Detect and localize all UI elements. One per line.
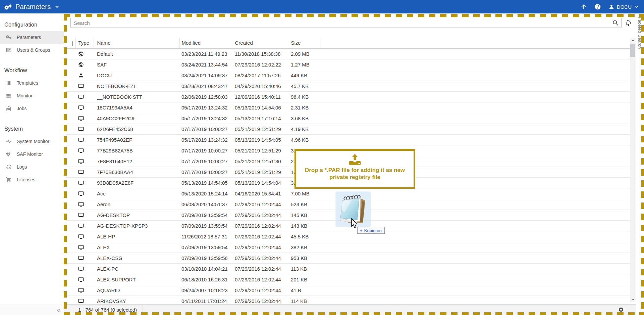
row-name-cell: ALEX-SUPPORT [94,274,179,285]
column-header-modified[interactable]: Modified [179,38,233,48]
search-input[interactable] [70,18,622,28]
table-row[interactable]: DOCU03/24/2021 14:09:3708/24/2017 11:57:… [66,70,630,81]
table-row[interactable]: ALEX-CSG07/09/2019 13:59:5607/29/2016 12… [66,253,630,263]
scroll-down-icon[interactable] [630,297,636,302]
table-row[interactable]: 40A9CC2FE2C905/17/2019 13:24:3205/13/201… [66,113,630,124]
table-row[interactable]: __NOTEBOOK-STT02/06/2019 12:58:0312/09/2… [66,91,630,102]
row-type-cell [75,199,94,210]
sidebar-item-templates[interactable]: Templates [0,77,64,89]
row-created-cell: 04/29/2020 15:40:46 [233,81,289,91]
row-size-cell: 201 KB [289,274,320,285]
row-name-cell: ALEX [94,242,179,253]
table-row[interactable]: 18C71994A5A405/17/2019 13:24:3205/13/201… [66,102,630,113]
row-created-cell: 05/21/2019 12:51:29 [233,145,289,156]
row-modified-cell: 06/18/2010 16:26:31 [179,274,233,285]
row-name-cell: 754F495A02EF [94,134,179,145]
row-modified-cell: 03/24/2021 14:09:37 [179,70,233,81]
sidebar-item-system-monitor[interactable]: System Monitor [0,135,64,148]
row-modified-cell: 07/17/2019 10:00:27 [179,167,233,177]
row-type-cell [75,156,94,167]
table-row[interactable]: ALE-HP11/26/2012 18:57:3107/29/2016 12:0… [66,231,630,242]
table-row[interactable]: ARIKOVSKY04/11/2011 17:01:2407/29/2016 1… [66,296,630,304]
computer-icon [78,105,84,110]
row-type-cell [75,296,94,304]
column-header-name[interactable]: Name [94,38,179,48]
row-select-cell [66,113,75,124]
table-row[interactable]: AQUARID09/24/2007 10:18:2307/29/2016 12:… [66,285,630,296]
row-size-cell: 45.5 KB [289,231,320,242]
row-size-cell: 7.00 MB [289,188,320,199]
row-created-cell: 07/29/2016 12:02:44 [233,199,289,210]
row-size-cell: 96.4 KB [289,91,320,102]
scroll-up-icon[interactable] [630,38,636,43]
row-type-cell [75,177,94,188]
computer-icon [78,244,84,250]
table-row[interactable]: NOTEBOOK-EZI03/23/2021 08:43:4704/29/202… [66,81,630,91]
table-row[interactable]: ALEX-PC03/10/2010 14:04:2107/29/2016 12:… [66,263,630,274]
sidebar-item-label: Logs [17,164,27,170]
table-row[interactable]: Default03/23/2021 11:49:2311/30/2018 15:… [66,48,630,59]
sidebar-item-label: Monitor [17,93,33,98]
gear-icon[interactable] [618,307,624,313]
row-name-cell: 93D8D05A2E8F [94,177,179,188]
row-created-cell: 12/09/2016 15:40:11 [233,91,289,102]
computer-icon [78,180,84,186]
vertical-scrollbar[interactable] [630,38,636,302]
row-modified-cell: 09/24/2007 10:18:23 [179,285,233,296]
column-header-size[interactable]: Size [289,38,320,48]
sidebar-item-parameters[interactable]: Parameters [0,31,64,44]
row-name-cell: Aeron [94,199,179,210]
title-menu-chevron-icon[interactable] [54,4,60,10]
help-icon[interactable] [594,3,601,10]
row-created-cell: 05/13/2019 14:54:04 [233,177,289,188]
sidebar-item-monitor[interactable]: Monitor [0,89,64,102]
sidebar-section-heading: Configuration [0,21,64,31]
row-created-cell: 05/21/2019 12:51:29 [233,124,289,134]
row-select-cell [66,296,75,304]
computer-icon [78,255,84,261]
computer-icon [78,223,84,229]
computer-icon [78,148,84,153]
row-created-cell: 05/13/2019 14:54:05 [233,134,289,145]
sidebar-section-heading: Workflow [0,67,64,77]
sidebar-item-licenses[interactable]: Licenses [0,173,64,186]
user-menu[interactable]: DOCU [608,4,639,10]
faceted-search-panel[interactable]: Faceted Search [636,13,644,315]
table-row[interactable]: 62D6FE452C6807/17/2019 10:00:2705/21/201… [66,124,630,134]
select-all-checkbox[interactable] [68,41,73,46]
row-created-cell: 05/13/2019 14:54:06 [233,102,289,113]
row-size-cell: 953 KB [289,253,320,263]
table-row[interactable]: 754F495A02EF05/17/2019 13:24:3205/13/201… [66,134,630,145]
sidebar-item-users-groups[interactable]: Users & Groups [0,44,64,56]
row-created-cell: 07/29/2016 12:02:44 [233,242,289,253]
main-content: Type Name Modified Created Size Default0… [64,13,644,315]
record-count: 1 - 764 of 764 (0 selected) [78,305,137,315]
table-header-row: Type Name Modified Created Size [66,38,630,48]
row-name-cell: NOTEBOOK-EZI [94,81,179,91]
row-name-cell: AG-DESKTOP-XPSP3 [94,220,179,231]
sidebar-item-saf-monitor[interactable]: SAF Monitor [0,148,64,161]
row-name-cell: ALEX-PC [94,263,179,274]
globe-icon [78,51,84,57]
row-modified-cell: 07/09/2019 13:59:54 [179,242,233,253]
row-size-cell: 114 KB [289,296,320,304]
sidebar-item-logs[interactable]: Logs [0,161,64,173]
row-type-cell [75,134,94,145]
row-size-cell: 449 KB [289,70,320,81]
key-icon [6,34,12,40]
sidebar-item-jobs[interactable]: Jobs [0,102,64,115]
table-row[interactable]: ALEX07/09/2019 13:59:5407/29/2016 12:02:… [66,242,630,253]
row-modified-cell: 05/13/2019 14:54:05 [179,177,233,188]
column-header-type[interactable]: Type [75,38,94,48]
column-header-created[interactable]: Created [233,38,289,48]
row-type-cell [75,188,94,199]
table-row[interactable]: SAF03/24/2021 13:44:5407/29/2016 12:02:2… [66,59,630,70]
search-icon[interactable] [612,19,619,26]
search-bar [70,18,622,28]
scrollbar-thumb[interactable] [630,44,635,57]
refresh-icon[interactable] [625,19,632,27]
row-modified-cell: 05/17/2019 13:24:32 [179,134,233,145]
arrow-up-icon[interactable] [580,3,587,10]
sidebar-collapse-button[interactable]: « [0,304,64,315]
table-row[interactable]: ALEX-SUPPORT06/18/2010 16:26:3107/29/201… [66,274,630,285]
